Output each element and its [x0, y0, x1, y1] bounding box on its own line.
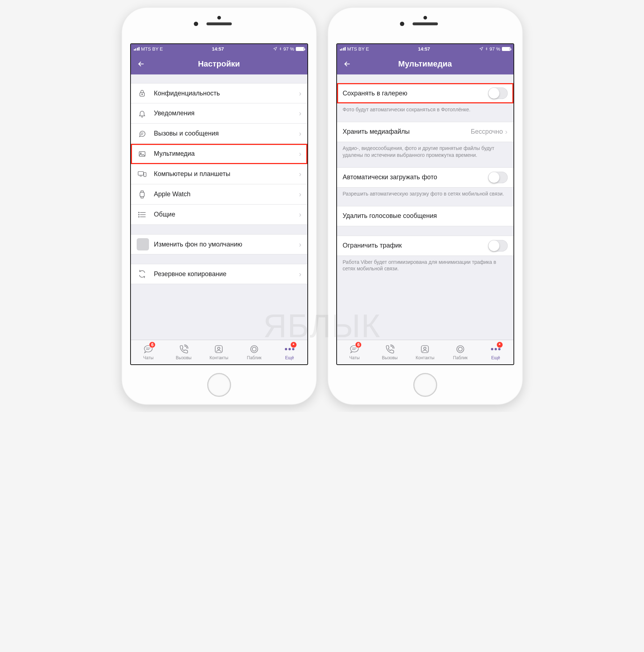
tab-public[interactable]: Паблик	[236, 340, 272, 364]
lock-icon	[137, 88, 148, 99]
svg-rect-21	[252, 347, 256, 351]
row-multimedia[interactable]: Мультимедиа ›	[131, 144, 307, 164]
toggle-save-gallery[interactable]	[488, 87, 508, 99]
tab-label: Чаты	[349, 355, 360, 360]
chats-badge: 6	[355, 342, 362, 348]
battery-icon	[502, 47, 511, 51]
row-label: Мультимедиа	[154, 150, 299, 158]
phone-left: MTS BY E 14:57 97 % Настройки	[121, 7, 317, 405]
chevron-right-icon: ›	[299, 270, 302, 278]
image-icon	[137, 149, 148, 159]
more-badge: *	[496, 342, 503, 348]
row-save-gallery[interactable]: Сохранять в галерею	[337, 83, 513, 103]
row-privacy[interactable]: Конфиденциальность ›	[131, 83, 307, 103]
list-icon	[137, 209, 148, 220]
status-time: 14:57	[163, 46, 273, 52]
row-backup[interactable]: Резервное копирование ›	[131, 264, 307, 284]
row-label: Сохранять в галерею	[343, 90, 488, 97]
tab-calls[interactable]: Вызовы	[166, 340, 201, 364]
calls-icon	[179, 344, 188, 354]
row-label: Общие	[154, 211, 299, 218]
back-button[interactable]	[342, 59, 352, 69]
tab-public[interactable]: Паблик	[443, 340, 478, 364]
row-change-background[interactable]: Изменить фон по умолчанию ›	[131, 234, 307, 254]
chevron-right-icon: ›	[299, 210, 302, 219]
svg-rect-6	[138, 171, 143, 175]
chevron-right-icon: ›	[299, 150, 302, 158]
battery-icon	[296, 47, 304, 51]
tab-bar: 6 Чаты Вызовы Контакты	[131, 340, 307, 364]
tab-chats[interactable]: 6 Чаты	[337, 340, 372, 364]
tab-calls[interactable]: Вызовы	[372, 340, 408, 364]
row-label: Ограничить трафик	[343, 242, 488, 249]
row-delete-voice[interactable]: Удалить голосовые сообщения	[337, 206, 513, 226]
contacts-icon	[214, 344, 223, 354]
svg-rect-29	[457, 346, 464, 353]
bluetooth-icon	[279, 46, 282, 51]
svg-point-14	[138, 214, 139, 215]
carrier-label: MTS BY E	[347, 46, 369, 52]
row-apple-watch[interactable]: Apple Watch ›	[131, 184, 307, 205]
back-button[interactable]	[136, 59, 146, 69]
calls-icon	[385, 344, 394, 354]
row-store-media[interactable]: Хранить медиафайлы Бессрочно ›	[337, 122, 513, 142]
phone-speaker	[206, 22, 232, 25]
row-calls-messages[interactable]: Вызовы и сообщения ›	[131, 124, 307, 144]
more-badge: *	[290, 342, 297, 348]
chevron-right-icon: ›	[299, 109, 302, 117]
watch-icon	[137, 189, 148, 200]
sync-icon	[137, 269, 148, 279]
page-title: Настройки	[198, 59, 240, 69]
tab-more[interactable]: * Ещё	[272, 340, 307, 364]
svg-point-19	[218, 347, 220, 350]
nav-header: Мультимедиа	[337, 53, 513, 74]
row-computers[interactable]: Компьютеры и планшеты ›	[131, 164, 307, 184]
signal-icon	[134, 47, 140, 51]
tab-contacts[interactable]: Контакты	[201, 340, 237, 364]
phone-camera	[423, 16, 427, 20]
status-bar: MTS BY E 14:57 97 %	[337, 44, 513, 53]
tab-label: Ещё	[491, 355, 500, 360]
home-button[interactable]	[413, 373, 437, 397]
row-label: Компьютеры и планшеты	[154, 170, 299, 178]
row-notifications[interactable]: Уведомления ›	[131, 103, 307, 124]
toggle-limit-traffic[interactable]	[488, 240, 508, 252]
toggle-auto-download[interactable]	[488, 172, 508, 183]
svg-point-31	[491, 348, 493, 350]
svg-point-23	[288, 348, 290, 350]
chevron-right-icon: ›	[299, 89, 302, 98]
row-label: Резервное копирование	[154, 270, 299, 278]
tab-more[interactable]: * Ещё	[478, 340, 513, 364]
tab-chats[interactable]: 6 Чаты	[131, 340, 166, 364]
tab-label: Вызовы	[382, 355, 398, 360]
row-label: Удалить голосовые сообщения	[343, 212, 508, 220]
devices-icon	[137, 169, 148, 180]
multimedia-list: Сохранять в галерею Фото будут автоматич…	[337, 74, 513, 340]
signal-icon	[340, 47, 346, 51]
row-general[interactable]: Общие ›	[131, 205, 307, 225]
chevron-right-icon: ›	[505, 128, 508, 136]
chevron-right-icon: ›	[299, 129, 302, 138]
tab-label: Ещё	[285, 355, 294, 360]
bell-icon	[137, 108, 148, 119]
tab-label: Вызовы	[176, 355, 192, 360]
public-icon	[456, 344, 465, 354]
svg-point-24	[292, 348, 294, 350]
home-button[interactable]	[207, 373, 231, 397]
tab-contacts[interactable]: Контакты	[408, 340, 443, 364]
row-auto-download[interactable]: Автоматически загружать фото	[337, 167, 513, 188]
status-time: 14:57	[369, 46, 479, 52]
phone-right: MTS BY E 14:57 97 % Мультимедиа	[328, 7, 523, 405]
svg-point-28	[424, 347, 426, 350]
svg-point-22	[285, 348, 287, 350]
carrier-label: MTS BY E	[141, 46, 163, 52]
row-label: Автоматически загружать фото	[343, 173, 488, 181]
svg-rect-30	[459, 347, 462, 351]
tab-label: Контакты	[416, 355, 435, 360]
screen-multimedia: MTS BY E 14:57 97 % Мультимедиа	[336, 43, 514, 365]
message-icon	[137, 128, 148, 139]
battery-pct: 97 %	[490, 46, 500, 52]
row-limit-traffic[interactable]: Ограничить трафик	[337, 236, 513, 256]
svg-point-1	[141, 94, 142, 95]
svg-rect-8	[144, 172, 146, 176]
